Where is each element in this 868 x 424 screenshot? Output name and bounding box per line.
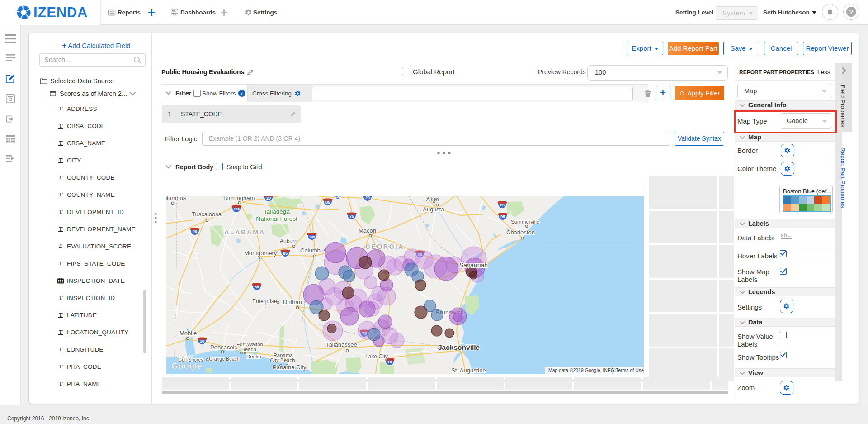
svg-text:Terms of Use: Terms of Use [616, 367, 644, 373]
svg-text:Enterprise: Enterprise [252, 298, 277, 305]
svg-text:26: 26 [500, 203, 505, 207]
svg-text:259: 259 [335, 196, 341, 199]
svg-text:10: 10 [387, 360, 392, 364]
svg-text:Macon: Macon [359, 227, 376, 234]
svg-text:Columbus: Columbus [300, 247, 327, 254]
svg-text:Savannah: Savannah [459, 262, 488, 269]
svg-text:Summerville: Summerville [511, 219, 539, 224]
svg-text:Tuscaloosa: Tuscaloosa [192, 211, 222, 218]
svg-text:Jacksonville: Jacksonville [438, 343, 480, 351]
svg-text:Google: Google [171, 361, 202, 371]
svg-text:Augusta: Augusta [423, 206, 444, 213]
svg-text:75: 75 [349, 214, 354, 219]
svg-text:20: 20 [266, 196, 271, 200]
svg-text:Lake City: Lake City [365, 353, 388, 360]
svg-text:National Forest: National Forest [256, 215, 297, 222]
svg-text:20: 20 [193, 229, 197, 234]
svg-text:Talladega: Talladega [264, 208, 290, 215]
svg-text:GEORGIA: GEORGIA [365, 243, 404, 250]
svg-text:Birmingham: Birmingham [223, 196, 255, 201]
svg-text:Aiken: Aiken [426, 196, 439, 202]
svg-text:ALABAMA: ALABAMA [224, 229, 265, 236]
svg-text:85: 85 [283, 251, 288, 256]
svg-text:459: 459 [233, 207, 240, 211]
svg-text:10: 10 [200, 339, 204, 343]
svg-text:Mobile: Mobile [179, 330, 197, 337]
svg-text:Dothan: Dothan [283, 299, 302, 305]
svg-text:95: 95 [500, 214, 505, 219]
svg-text:Charleston: Charleston [506, 229, 535, 236]
svg-text:Orange Beach: Orange Beach [209, 356, 240, 362]
svg-text:185: 185 [309, 235, 315, 239]
svg-text:Beach: Beach [241, 347, 256, 352]
svg-text:St. Augustine: St. Augustine [451, 367, 486, 374]
svg-text:Montgomery: Montgomery [244, 250, 277, 257]
svg-text:Map data ©2019 Google, INEGI: Map data ©2019 Google, INEGI [548, 367, 616, 373]
svg-text:20: 20 [365, 196, 370, 200]
svg-text:City Beach: City Beach [270, 357, 295, 363]
svg-text:85: 85 [326, 200, 330, 205]
svg-text:Panama City: Panama City [273, 364, 307, 371]
svg-text:Pensacola: Pensacola [210, 344, 238, 351]
svg-text:Tallahassee: Tallahassee [326, 341, 357, 348]
svg-text:olumbus: olumbus [166, 196, 186, 201]
svg-text:65: 65 [255, 285, 259, 289]
svg-text:Destin: Destin [246, 354, 261, 359]
svg-text:Auburn: Auburn [280, 238, 297, 244]
